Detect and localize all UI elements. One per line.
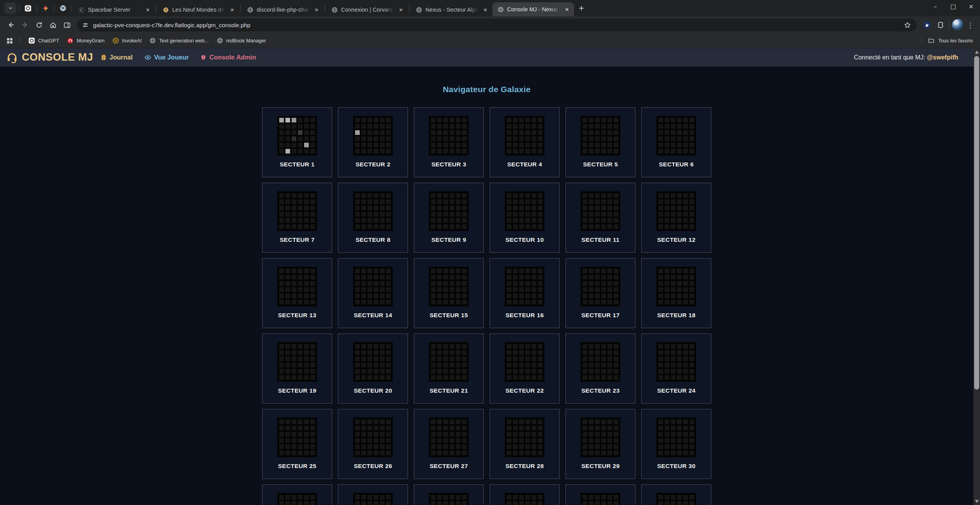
- sector-card[interactable]: SECTEUR 12: [641, 183, 711, 253]
- sector-card[interactable]: SECTEUR 6: [641, 107, 711, 177]
- sector-card[interactable]: SECTEUR 23: [565, 334, 635, 404]
- sector-card[interactable]: SECTEUR 4: [490, 107, 560, 177]
- tab-close-icon[interactable]: ×: [563, 6, 571, 13]
- sector-card[interactable]: SECTEUR 7: [262, 183, 332, 253]
- profile-avatar[interactable]: [952, 19, 964, 31]
- tab-close-icon[interactable]: ×: [313, 6, 320, 14]
- browser-menu-button[interactable]: ⋮: [964, 18, 977, 31]
- tab-close-icon[interactable]: ×: [144, 6, 152, 14]
- minimize-button[interactable]: –: [926, 0, 944, 13]
- bookmark-item[interactable]: Text generation web...: [145, 36, 212, 45]
- nav-item-vue-joueur[interactable]: Vue Joueur: [144, 54, 189, 61]
- bookmark-item[interactable]: ChatGPT: [24, 36, 63, 45]
- tab-close-icon[interactable]: ×: [481, 6, 489, 14]
- bookmark-item[interactable]: InvokeAI: [108, 36, 146, 45]
- tab[interactable]: Connexion | Corvara×: [326, 3, 408, 16]
- tab[interactable]: Console MJ - Nexus×: [492, 2, 574, 16]
- sector-card[interactable]: SECTEUR 18: [641, 258, 711, 328]
- sector-card[interactable]: SECTEUR 30: [641, 409, 711, 479]
- sector-card[interactable]: SECTEUR 28: [490, 409, 560, 479]
- sector-card[interactable]: SECTEUR 21: [414, 334, 484, 404]
- sector-card[interactable]: SECTEUR 29: [565, 409, 635, 479]
- site-settings-icon[interactable]: [82, 22, 89, 28]
- nav-item-journal[interactable]: Journal: [100, 54, 133, 61]
- sector-cell: [304, 269, 309, 273]
- bookmark-item[interactable]: mdBook Manager: [213, 36, 270, 45]
- tab[interactable]: Nexus - Secteur Alpha [G1]×: [411, 3, 492, 16]
- sector-card[interactable]: SECTEUR 19: [262, 334, 332, 404]
- tab-close-icon[interactable]: ×: [397, 6, 405, 14]
- nav-item-console-admin[interactable]: Console Admin: [200, 54, 256, 61]
- home-button[interactable]: [46, 18, 60, 32]
- new-tab-button[interactable]: +: [576, 2, 587, 14]
- maximize-button[interactable]: □: [944, 0, 962, 13]
- extensions-button[interactable]: [934, 18, 947, 31]
- sector-card[interactable]: SECTEUR 32: [338, 484, 408, 505]
- bookmark-item[interactable]: MoneyGram: [63, 36, 108, 45]
- scrollbar-up-arrow-icon[interactable]: [975, 51, 979, 54]
- sector-card[interactable]: SECTEUR 25: [262, 409, 332, 479]
- page-scrollbar[interactable]: [973, 48, 980, 505]
- sector-card[interactable]: SECTEUR 24: [641, 334, 711, 404]
- sector-cell: [380, 130, 385, 135]
- scrollbar-thumb[interactable]: [974, 56, 979, 390]
- all-bookmarks-button[interactable]: Tous les favoris: [926, 36, 975, 45]
- sector-card[interactable]: SECTEUR 11: [565, 183, 635, 253]
- sector-cell: [589, 375, 593, 380]
- bookmark-star-button[interactable]: [902, 19, 913, 30]
- tab-close-icon[interactable]: ×: [228, 6, 236, 14]
- sector-card[interactable]: SECTEUR 34: [490, 484, 560, 505]
- tab[interactable]: Les Neuf Mondes de la Mytholo×: [158, 3, 239, 16]
- sector-card[interactable]: SECTEUR 36: [641, 484, 711, 505]
- site-brand[interactable]: CONSOLE MJ: [6, 51, 93, 63]
- sector-card[interactable]: SECTEUR 13: [262, 258, 332, 328]
- sector-cell: [355, 193, 360, 198]
- sector-card[interactable]: SECTEUR 16: [490, 258, 560, 328]
- pinned-tab[interactable]: [38, 2, 53, 15]
- sector-card[interactable]: SECTEUR 26: [338, 409, 408, 479]
- sector-card[interactable]: SECTEUR 3: [414, 107, 484, 177]
- tab-search-button[interactable]: [5, 2, 16, 14]
- sector-card[interactable]: SECTEUR 31: [262, 484, 332, 505]
- forward-button[interactable]: [18, 18, 32, 32]
- sector-cell: [368, 426, 372, 430]
- tab[interactable]: discord-like-php-chat-7262.dev×: [242, 3, 324, 16]
- sector-card[interactable]: SECTEUR 1: [262, 107, 332, 177]
- sector-card[interactable]: SECTEUR 14: [338, 258, 408, 328]
- scrollbar-down-arrow-icon[interactable]: [975, 500, 979, 503]
- sector-card[interactable]: SECTEUR 33: [414, 484, 484, 505]
- sector-cell: [361, 438, 366, 443]
- sector-cell: [532, 212, 536, 217]
- sector-cell: [298, 149, 303, 154]
- sector-cell: [456, 206, 460, 210]
- sector-cell: [310, 444, 315, 449]
- sector-card[interactable]: SECTEUR 22: [490, 334, 560, 404]
- sector-card[interactable]: SECTEUR 5: [565, 107, 635, 177]
- sector-card[interactable]: SECTEUR 15: [414, 258, 484, 328]
- close-window-button[interactable]: ×: [962, 0, 980, 13]
- pinned-tab[interactable]: [21, 2, 35, 15]
- sector-card[interactable]: SECTEUR 10: [490, 183, 560, 253]
- sector-cell: [607, 224, 612, 229]
- back-button[interactable]: [4, 18, 18, 32]
- extension-shortcut-button[interactable]: [920, 18, 934, 31]
- sector-card[interactable]: SECTEUR 20: [338, 334, 408, 404]
- sector-card[interactable]: SECTEUR 9: [414, 183, 484, 253]
- tab[interactable]: Spacebar Server×: [73, 3, 155, 16]
- sector-cell: [310, 118, 315, 122]
- apps-shortcut-button[interactable]: [5, 36, 15, 46]
- sector-card[interactable]: SECTEUR 8: [338, 183, 408, 253]
- sector-card[interactable]: SECTEUR 27: [414, 409, 484, 479]
- sector-cell: [519, 212, 524, 217]
- reload-button[interactable]: [32, 18, 46, 32]
- sector-cell: [601, 419, 606, 424]
- sector-card[interactable]: SECTEUR 17: [565, 258, 635, 328]
- sector-card[interactable]: SECTEUR 35: [565, 484, 635, 505]
- address-bar[interactable]: galactic-pve-conquest-c7fe.dev.flatlogic…: [77, 19, 917, 31]
- pinned-tab[interactable]: W: [56, 2, 70, 15]
- sector-cell: [677, 495, 682, 500]
- sector-cell: [589, 143, 593, 147]
- sector-card[interactable]: SECTEUR 2: [338, 107, 408, 177]
- url-text[interactable]: galactic-pve-conquest-c7fe.dev.flatlogic…: [93, 22, 898, 28]
- side-panel-button[interactable]: [60, 18, 74, 32]
